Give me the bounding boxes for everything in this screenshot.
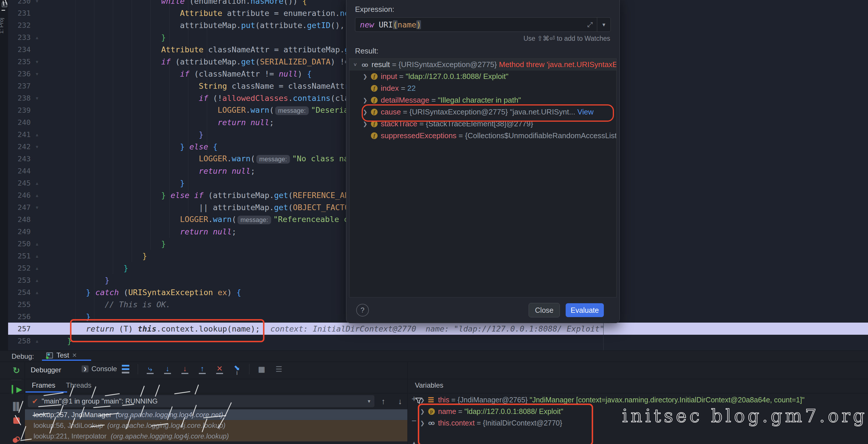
result-tree-row-suppressedExceptions[interactable]: fsuppressedExceptions = {Collections$Unm… <box>349 130 616 142</box>
navigate-up-icon[interactable]: ↑ <box>381 397 385 406</box>
expression-paren-open: ( <box>393 20 398 29</box>
variable-value: = <box>417 119 426 128</box>
code-text: return null; <box>43 118 274 127</box>
expression-history-dropdown[interactable]: ▾ <box>597 18 611 32</box>
fold-marker-icon[interactable]: ▵ <box>31 277 43 283</box>
layout-settings-icon[interactable]: ☰ <box>274 365 284 373</box>
fold-marker-icon[interactable]: ▿ <box>31 0 43 4</box>
fold-marker-icon[interactable]: ▵ <box>31 289 43 296</box>
step-out-icon[interactable]: ↑ <box>197 365 208 374</box>
variable-row-this[interactable]: ❯this = {JndiManager@2765} "JndiManager … <box>420 394 805 406</box>
fold-marker-icon[interactable]: ▿ <box>31 95 43 101</box>
result-tree-row-input[interactable]: ❯finput = "ldap://127.0.0.1:8088/ Exploi… <box>349 71 616 82</box>
fold-marker-icon[interactable]: ▵ <box>31 253 43 259</box>
close-session-icon[interactable]: ✕ <box>72 352 77 359</box>
help-button[interactable]: ? <box>356 304 369 316</box>
variable-row-name[interactable]: ❯pname = "ldap://127.0.0.1:8088/ Exploit… <box>420 406 563 417</box>
chevron-right-icon[interactable]: ❯ <box>420 420 428 426</box>
fold-marker-icon[interactable]: ▵ <box>31 240 43 247</box>
result-tree-row-detailMessage[interactable]: ❯fdetailMessage = "Illegal character in … <box>349 94 616 106</box>
evaluate-expression-dialog: Expression: new URI(name) ⤢ ▾ Use ⇧⌘⏎ to… <box>346 0 620 323</box>
chevron-right-icon[interactable]: ❯ <box>420 408 428 415</box>
line-number: 230 <box>8 0 31 5</box>
line-number: 245 <box>8 179 31 187</box>
result-tree-row-stackTrace[interactable]: ❯fstackTrace = {StackTraceElement[38]@27… <box>349 118 616 130</box>
fold-marker-icon[interactable]: ▵ <box>31 338 43 344</box>
tab-test-session[interactable]: Test ✕ <box>46 351 77 359</box>
tab-threads[interactable]: Threads <box>66 381 91 389</box>
fold-marker-icon[interactable]: ▵ <box>31 34 43 40</box>
force-step-into-icon[interactable]: ↓ <box>180 365 190 374</box>
fold-marker-icon[interactable]: ▵ <box>31 192 43 198</box>
tab-debugger[interactable]: Debugger <box>31 366 61 374</box>
scribble-stroke <box>1 10 5 11</box>
evaluate-button[interactable]: Evaluate <box>566 303 604 317</box>
watch-rail-button[interactable]: − <box>408 416 420 438</box>
fold-marker-icon[interactable]: ▿ <box>31 58 43 65</box>
tab-console[interactable]: ❯ Console <box>82 365 117 373</box>
expression-text[interactable]: new URI(name) <box>355 20 583 29</box>
result-tree-row-cause[interactable]: ❯fcause = {URISyntaxException@2775} "jav… <box>349 106 616 118</box>
result-label: Result: <box>346 46 619 56</box>
close-button[interactable]: Close <box>529 303 560 317</box>
navigate-down-icon[interactable]: ↓ <box>398 397 402 406</box>
chevron-right-icon[interactable]: ❯ <box>363 109 371 115</box>
debug-label: Debug: <box>11 352 34 361</box>
variable-name: index <box>381 84 399 93</box>
fold-marker-icon[interactable]: ▿ <box>31 143 43 150</box>
fold-marker-icon[interactable]: ▿ <box>31 204 43 210</box>
resume-button[interactable]: ▎▶ <box>8 385 25 394</box>
variable-value: {JndiManager@2765} <box>458 396 529 404</box>
line-number: 248 <box>8 215 31 224</box>
frame-row[interactable]: lookup:56, JndiLookup (org.apache.loggin… <box>25 420 407 431</box>
code-line-257[interactable]: 257return (T) this.context.lookup(name);… <box>8 322 868 335</box>
project-tool-tab[interactable]: 1: Proj <box>0 18 5 34</box>
fold-marker-icon[interactable]: ▵ <box>31 180 43 186</box>
add-to-watches-hint: Use ⇧⌘⏎ to add to Watches <box>346 32 619 42</box>
result-tree[interactable]: ˅ooresult = {URISyntaxException@2775} Me… <box>349 58 617 298</box>
chevron-right-icon[interactable]: ❯ <box>363 97 371 103</box>
drop-frame-icon[interactable]: ✕ <box>214 365 225 374</box>
chevron-right-icon[interactable]: ❯ <box>363 73 371 80</box>
fold-marker-icon[interactable]: ▿ <box>31 71 43 77</box>
code-line-258[interactable]: 258▵} <box>8 335 868 347</box>
variable-value: "JndiManager [context=javax.naming.direc… <box>530 396 805 404</box>
result-tree-row-index[interactable]: findex = 22 <box>349 82 616 94</box>
expression-input[interactable]: new URI(name) ⤢ ▾ <box>355 18 611 32</box>
chevron-right-icon[interactable]: ❯ <box>420 397 428 403</box>
step-over-icon[interactable]: ⤷ <box>145 365 155 374</box>
variable-value: = <box>429 96 438 105</box>
frame-package: (org.apache.logging.log4j.core.lookup) <box>111 432 229 440</box>
show-execution-point-icon[interactable] <box>120 364 131 374</box>
watch-rail-button[interactable]: ▴ <box>408 438 420 444</box>
code-text: } <box>43 239 166 248</box>
console-tab-label: Console <box>91 365 117 373</box>
variable-value: = <box>450 396 458 404</box>
variable-value: = <box>474 419 483 427</box>
variable-value: = <box>457 131 465 140</box>
evaluate-expression-icon[interactable]: ▦ <box>256 365 267 373</box>
fold-marker-icon[interactable]: ▵ <box>31 131 43 138</box>
watch-rail-button[interactable]: + <box>408 394 420 416</box>
debugger-tabs-row: Debugger ❯ Console ⤷ ↓ ↓ ↑ ✕ ⬊I ▦ ☰ <box>0 362 868 379</box>
frame-row[interactable]: lookup:221, Interpolator (org.apache.log… <box>25 431 407 441</box>
line-number: 244 <box>8 167 31 175</box>
thread-selector[interactable]: ✔ "main"@1 in group "main": RUNNING ▾ <box>28 395 374 407</box>
chevron-right-icon[interactable]: ❯ <box>363 121 371 127</box>
line-number: 251 <box>8 252 31 260</box>
code-text: while (enumeration.hasMore()) { <box>43 0 307 5</box>
run-to-cursor-icon[interactable]: ⬊I <box>232 364 242 375</box>
line-number: 255 <box>8 300 31 309</box>
line-number: 249 <box>8 228 31 236</box>
step-into-icon[interactable]: ↓ <box>162 365 173 374</box>
expand-editor-icon[interactable]: ⤢ <box>583 21 597 29</box>
chevron-down-icon[interactable]: ˅ <box>353 62 362 68</box>
line-number: 247 <box>8 203 31 212</box>
watches-rail[interactable]: +−▴ <box>408 394 420 444</box>
variable-row-this.context[interactable]: ❯oothis.context = {InitialDirContext@277… <box>420 417 562 429</box>
frames-variables-divider[interactable] <box>407 362 408 444</box>
tab-frames[interactable]: Frames <box>32 381 55 389</box>
ide-window: 230▿while (enumeration.hasMore()) {231At… <box>0 0 868 444</box>
result-tree-row-result[interactable]: ˅ooresult = {URISyntaxException@2775} Me… <box>349 59 616 71</box>
fold-marker-icon[interactable]: ▵ <box>31 265 43 271</box>
